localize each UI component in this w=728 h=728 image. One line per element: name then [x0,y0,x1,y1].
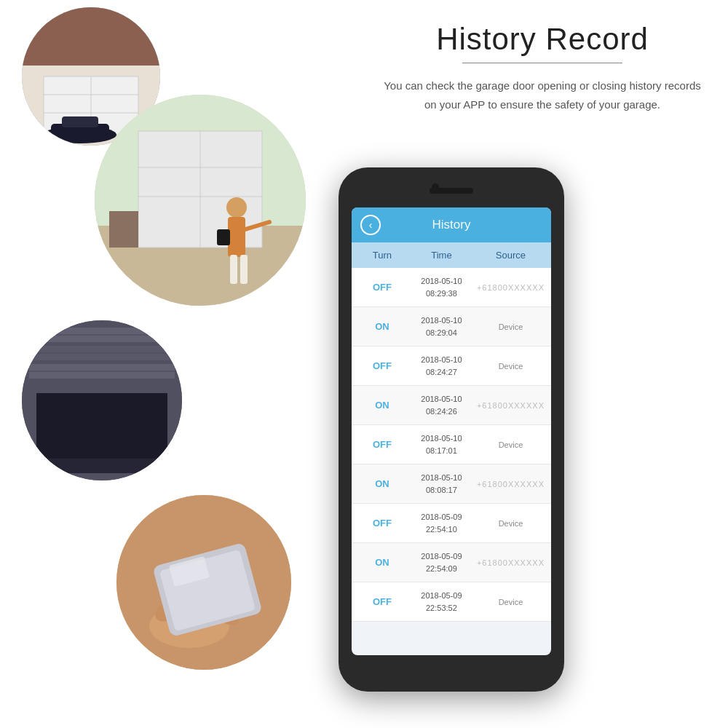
cell-source: Device [476,598,545,606]
cell-time: 2018-05-1008:24:27 [407,354,476,378]
back-icon: ‹ [369,219,373,231]
svg-rect-19 [240,255,248,284]
cell-source: Device [476,440,545,449]
woman-circle [95,95,306,306]
cell-turn: ON [357,478,407,489]
cell-time: 2018-05-1008:29:04 [407,314,476,339]
cell-time: 2018-05-1008:29:38 [407,275,476,299]
cell-time: 2018-05-1008:17:01 [407,432,476,456]
app-title: History [432,218,471,232]
svg-rect-17 [228,217,245,257]
svg-rect-9 [62,116,98,127]
cell-turn: ON [357,400,407,411]
cell-time: 2018-05-1008:08:17 [407,472,476,496]
phone-mockup: ‹ History Turn Time Source OFF2018-05-10… [339,167,564,692]
cell-turn: OFF [357,360,407,371]
cell-time: 2018-05-0922:53:52 [407,590,476,614]
phone-hand-circle [116,495,291,670]
circles-area [0,0,357,728]
table-row: ON2018-05-1008:24:26+61800XXXXXX [352,386,551,425]
cell-source: +61800XXXXXX [476,283,545,292]
cell-time: 2018-05-0922:54:10 [407,511,476,535]
cell-source: +61800XXXXXX [476,558,545,567]
cell-turn: ON [357,321,407,332]
svg-rect-22 [109,211,138,248]
cell-turn: OFF [357,518,407,529]
page-title: History Record [436,22,649,57]
cell-source: +61800XXXXXX [476,480,545,488]
col-time: Time [407,250,476,261]
col-source: Source [476,250,545,261]
svg-rect-1 [22,7,160,66]
back-button[interactable]: ‹ [360,215,381,235]
app-header: ‹ History [352,207,551,242]
title-divider [462,63,622,63]
cell-turn: OFF [357,282,407,293]
subtitle: You can check the garage door opening or… [369,76,716,114]
cell-turn: OFF [357,596,407,607]
cell-turn: OFF [357,439,407,450]
cell-source: Device [476,323,545,331]
phone-screen: ‹ History Turn Time Source OFF2018-05-10… [352,207,551,655]
cell-time: 2018-05-0922:54:09 [407,550,476,574]
garage-door-circle [22,320,182,480]
cell-time: 2018-05-1008:24:26 [407,393,476,417]
table-row: ON2018-05-1008:08:17+61800XXXXXX [352,464,551,504]
right-panel: History Record You can check the garage … [357,0,728,189]
svg-rect-27 [36,393,167,466]
svg-point-16 [226,197,247,218]
cell-source: Device [476,362,545,371]
table-row: OFF2018-05-0922:53:52Device [352,582,551,622]
table-row: ON2018-05-0922:54:09+61800XXXXXX [352,543,551,582]
table-row: ON2018-05-1008:29:04Device [352,307,551,347]
table-row: OFF2018-05-1008:17:01Device [352,425,551,464]
svg-rect-21 [217,229,230,245]
table-row: OFF2018-05-0922:54:10Device [352,504,551,543]
table-row: OFF2018-05-1008:24:27Device [352,347,551,386]
phone-speaker [430,188,473,194]
table-header: Turn Time Source [352,242,551,268]
svg-rect-18 [230,255,237,284]
cell-source: Device [476,519,545,528]
col-turn: Turn [357,250,407,261]
svg-rect-28 [36,459,167,473]
cell-source: +61800XXXXXX [476,401,545,410]
table-row: OFF2018-05-1008:29:38+61800XXXXXX [352,268,551,307]
table-body: OFF2018-05-1008:29:38+61800XXXXXXON2018-… [352,268,551,655]
cell-turn: ON [357,557,407,568]
